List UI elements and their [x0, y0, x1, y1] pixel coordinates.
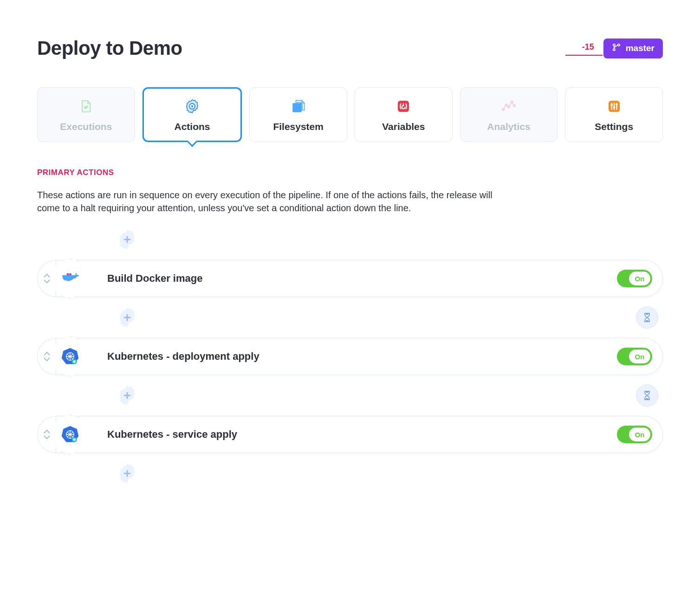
tab-label: Filesystem	[273, 121, 324, 132]
toggle-switch[interactable]: On	[617, 270, 652, 287]
toggle-label: On	[629, 272, 650, 285]
action-gear	[48, 334, 92, 379]
branch-button[interactable]: master	[603, 39, 663, 58]
svg-point-14	[613, 106, 615, 109]
wait-condition-button[interactable]	[636, 384, 658, 407]
hourglass-icon	[642, 312, 653, 323]
sliders-icon	[606, 98, 622, 115]
svg-point-15	[616, 104, 618, 106]
toggle-switch[interactable]: On	[617, 348, 652, 365]
tab-bar: Executions Actions Filesystem	[37, 87, 663, 142]
action-title: Build Docker image	[107, 272, 202, 285]
file-check-icon	[78, 98, 94, 115]
action-row: Build Docker image On	[37, 260, 663, 297]
gear-badge-icon	[184, 98, 201, 115]
branch-label: master	[626, 43, 655, 53]
kubernetes-icon	[54, 418, 86, 451]
svg-point-10	[511, 101, 513, 103]
action-title: Kubernetes - deployment apply	[107, 350, 259, 363]
page-header: Deploy to Demo -15 master	[37, 37, 663, 59]
pipeline: Build Docker image On	[37, 228, 663, 485]
add-action-row	[90, 306, 663, 329]
runs-remaining-badge[interactable]: -15	[582, 42, 594, 55]
svg-point-23	[69, 356, 71, 357]
action-card-docker[interactable]: Build Docker image On	[56, 260, 663, 297]
hourglass-icon	[642, 390, 653, 401]
action-gear	[48, 256, 92, 301]
action-row: Kubernetes - deployment apply On	[37, 338, 663, 375]
action-title: Kubernetes - service apply	[107, 428, 237, 441]
tab-label: Settings	[595, 121, 633, 132]
tab-executions[interactable]: Executions	[37, 87, 135, 142]
add-action-button[interactable]	[116, 228, 138, 251]
tab-label: Variables	[382, 121, 425, 132]
tab-filesystem[interactable]: Filesystem	[249, 87, 347, 142]
toggle-label: On	[629, 350, 650, 363]
section-heading: PRIMARY ACTIONS	[37, 168, 663, 177]
add-action-button[interactable]	[116, 306, 138, 329]
action-row: Kubernetes - service apply On	[37, 416, 663, 453]
tab-variables[interactable]: Variables	[355, 87, 453, 142]
svg-point-2	[618, 44, 620, 45]
svg-point-8	[506, 104, 507, 106]
add-action-row	[90, 462, 663, 485]
tab-settings[interactable]: Settings	[565, 87, 663, 142]
add-action-button[interactable]	[116, 462, 138, 485]
svg-point-21	[65, 280, 67, 281]
add-action-button[interactable]	[116, 384, 138, 407]
add-action-row	[90, 228, 663, 251]
add-action-row	[90, 384, 663, 407]
tab-actions[interactable]: Actions	[143, 87, 242, 142]
docker-icon	[54, 262, 86, 295]
tab-label: Actions	[175, 121, 210, 132]
action-gear	[48, 412, 92, 457]
wait-condition-button[interactable]	[636, 306, 658, 329]
svg-point-11	[513, 105, 515, 107]
svg-rect-5	[292, 103, 302, 112]
page-title: Deploy to Demo	[37, 37, 182, 59]
svg-point-13	[610, 104, 613, 106]
variable-icon	[395, 98, 412, 115]
toggle-switch[interactable]: On	[617, 426, 652, 443]
svg-point-1	[613, 48, 615, 50]
header-right: -15 master	[582, 39, 663, 58]
svg-rect-6	[398, 101, 409, 112]
files-icon	[290, 98, 307, 115]
branch-icon	[612, 43, 621, 54]
section-description: These actions are run in sequence on eve…	[37, 188, 506, 214]
chart-line-icon	[500, 98, 517, 115]
svg-point-9	[508, 106, 510, 108]
action-card-kubernetes-service[interactable]: Kubernetes - service apply On	[56, 416, 663, 453]
svg-point-0	[613, 44, 615, 45]
tab-label: Executions	[60, 121, 112, 132]
tab-analytics[interactable]: Analytics	[460, 87, 558, 142]
kubernetes-icon	[54, 340, 86, 373]
svg-point-4	[191, 105, 194, 108]
tab-label: Analytics	[487, 121, 530, 132]
toggle-label: On	[629, 428, 650, 441]
svg-point-27	[69, 434, 71, 435]
svg-point-7	[502, 109, 504, 110]
action-card-kubernetes-deployment[interactable]: Kubernetes - deployment apply On	[56, 338, 663, 375]
